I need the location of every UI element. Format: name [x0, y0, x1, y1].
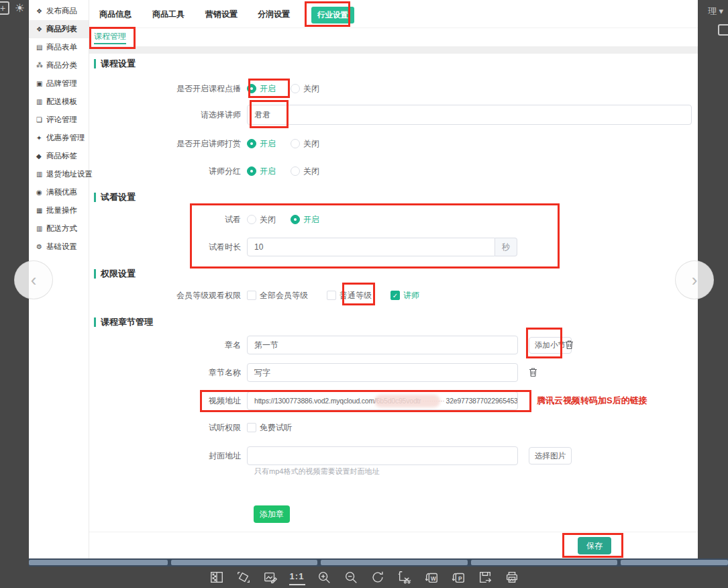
radio-label: 关闭	[303, 83, 319, 95]
radio-dividend-off[interactable]: 关闭	[291, 166, 319, 177]
save-as-icon[interactable]	[477, 569, 493, 585]
delete-section-icon[interactable]	[529, 367, 537, 377]
zoom-out-icon[interactable]	[343, 569, 359, 585]
cover-help-text: 只有mp4格式的视频需要设置封面地址	[254, 467, 379, 477]
section-permission-settings: 权限设置	[94, 268, 136, 280]
radio-dot-icon	[291, 215, 300, 224]
section-title: 试看设置	[101, 191, 136, 203]
subtab-course-management[interactable]: 课程管理	[94, 31, 126, 42]
checkbox-icon	[327, 291, 336, 300]
radio-dot-icon	[291, 84, 300, 93]
radio-dividend-on[interactable]: 开启	[247, 166, 276, 177]
field-label: 章名	[69, 340, 247, 351]
erase-icon[interactable]	[236, 569, 252, 585]
viewer-add-icon[interactable]: +	[0, 1, 9, 15]
brand-management-icon: ▣	[36, 80, 46, 87]
row-select-lecturer: 请选择讲师 君君	[69, 105, 692, 125]
radio-reward-on[interactable]: 开启	[247, 138, 276, 150]
actual-size-icon[interactable]: 1:1	[289, 569, 305, 585]
radio-dot-icon	[247, 166, 256, 176]
convert-to-pdf-icon[interactable]: P	[450, 569, 466, 585]
radio-dot-icon	[247, 215, 256, 224]
product-form-icon: ▤	[36, 44, 46, 51]
radio-dot-icon	[291, 166, 300, 176]
cover-url-input[interactable]	[247, 446, 518, 465]
row-course-vod: 是否开启课程点播 开启 关闭	[69, 79, 334, 98]
window-bottom-bar	[29, 558, 728, 567]
basic-settings-icon: ⚙	[36, 243, 46, 250]
chevron-left-icon: ‹	[31, 270, 37, 291]
brightness-icon[interactable]: ☀	[15, 1, 25, 15]
checkbox-all-member-levels[interactable]: 全部会员等级	[247, 290, 308, 301]
lecturer-select[interactable]: 君君	[247, 105, 692, 125]
checkbox-icon	[247, 423, 256, 432]
sidebar-item-product-list[interactable]: ❖商品列表	[29, 20, 89, 38]
section-accent-bar	[94, 193, 96, 202]
checkbox-free-audition[interactable]: 免费试听	[247, 422, 292, 434]
subtab-underline	[94, 43, 126, 44]
delete-chapter-icon[interactable]	[565, 340, 574, 350]
svg-text:W: W	[431, 576, 436, 582]
chapter-name-input[interactable]: 第一节	[247, 336, 518, 354]
add-chapter-button[interactable]: 添加章	[254, 505, 290, 523]
prev-image-button[interactable]: ‹	[14, 260, 53, 299]
checkbox-label: 全部会员等级	[260, 290, 308, 301]
product-category-icon: ⁂	[36, 62, 46, 69]
sidebar-item-label: 商品分类	[46, 60, 77, 70]
compare-icon[interactable]	[209, 569, 225, 585]
print-icon[interactable]	[504, 569, 520, 585]
product-tag-icon: ◆	[36, 152, 46, 160]
footer-divider	[89, 532, 698, 532]
photo-viewer-app: { "viewer": { "prev_glyph": "‹", "next_g…	[0, 0, 728, 588]
sidebar-item-product-form[interactable]: ▤商品表单	[29, 38, 89, 56]
zoom-in-icon[interactable]	[316, 569, 332, 585]
section-chapter-management: 课程章节管理	[94, 316, 153, 328]
sidebar-item-product-category[interactable]: ⁂商品分类	[29, 56, 89, 75]
radio-trial-off[interactable]: 关闭	[247, 214, 276, 226]
tab-product-info[interactable]: 商品信息	[99, 9, 132, 20]
field-label: 是否开启课程点播	[69, 83, 247, 95]
viewer-toolbar: 1:1 W P	[0, 567, 728, 588]
section-title: 课程章节管理	[101, 316, 153, 328]
radio-trial-on[interactable]: 开启	[291, 214, 319, 226]
tab-marketing[interactable]: 营销设置	[205, 9, 238, 20]
radio-label: 开启	[260, 166, 276, 177]
section-title: 权限设置	[101, 268, 136, 280]
viewer-menu-partial-label[interactable]: 理 ▾	[708, 5, 723, 17]
divider-strip	[89, 46, 698, 54]
radio-label: 开启	[303, 214, 319, 226]
section-accent-bar	[94, 59, 96, 68]
tab-profit-sharing[interactable]: 分润设置	[258, 9, 290, 20]
sidebar-item-publish-product[interactable]: ❖发布商品	[29, 2, 89, 20]
tab-product-tools[interactable]: 商品工具	[152, 9, 185, 20]
section-name-input[interactable]: 写字	[247, 363, 518, 382]
radio-reward-off[interactable]: 关闭	[291, 138, 319, 150]
radio-vod-off[interactable]: 关闭	[291, 83, 319, 95]
publish-product-icon: ❖	[36, 7, 46, 15]
convert-to-word-icon[interactable]: W	[423, 569, 439, 585]
row-trial: 试看 关闭 开启	[69, 210, 334, 229]
crop-icon[interactable]	[397, 569, 413, 585]
field-label: 试看	[69, 214, 247, 226]
checkbox-normal-level[interactable]: 普通等级	[327, 290, 372, 301]
viewer-image-icon[interactable]	[718, 24, 728, 36]
edit-image-icon[interactable]	[262, 569, 278, 585]
row-trial-duration: 试看时长 10 秒	[69, 238, 517, 256]
bar-segment	[321, 560, 468, 565]
row-lecturer-dividend: 讲师分红 开启 关闭	[69, 162, 334, 181]
radio-dot-icon	[247, 139, 256, 148]
tab-industry-settings[interactable]: 行业设置	[311, 7, 354, 23]
radio-label: 开启	[260, 83, 276, 95]
save-button[interactable]: 保存	[578, 537, 611, 554]
trial-duration-input[interactable]: 10	[247, 238, 495, 256]
field-label: 是否开启讲师打赏	[69, 138, 247, 150]
checkbox-label: 普通等级	[340, 290, 372, 301]
rotate-icon[interactable]	[370, 569, 386, 585]
bar-segment	[621, 560, 728, 565]
radio-vod-on[interactable]: 开启	[247, 83, 276, 95]
checkbox-lecturer[interactable]: ✓讲师	[391, 290, 419, 301]
next-image-button[interactable]: ›	[675, 260, 714, 299]
sidebar-item-full-discount[interactable]: ◉满额优惠	[29, 183, 89, 201]
field-label: 视频地址	[69, 395, 247, 407]
choose-image-button[interactable]: 选择图片	[529, 447, 572, 464]
